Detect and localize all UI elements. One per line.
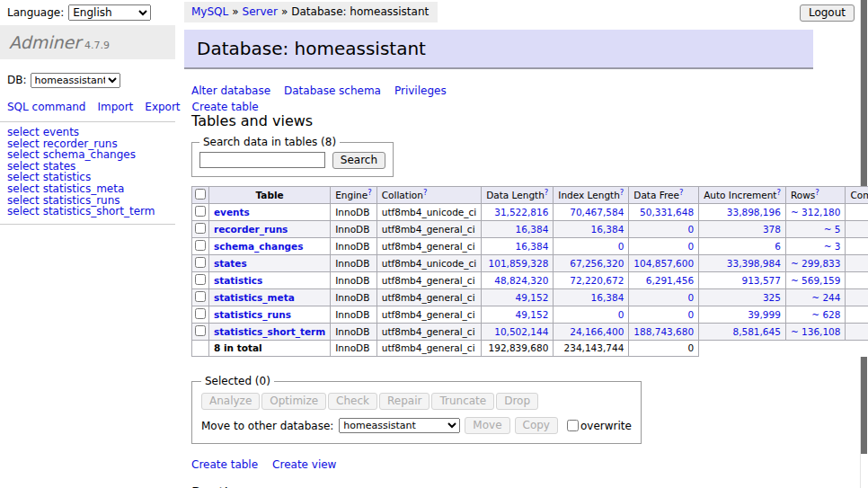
select-link[interactable]: select: [7, 126, 40, 138]
drop-button[interactable]: Drop: [496, 393, 538, 410]
rows-count-link[interactable]: ~ 299,833: [791, 258, 841, 269]
data-length-link[interactable]: 16,384: [516, 241, 549, 252]
data-free-link[interactable]: 104,857,600: [633, 258, 694, 269]
auto-increment-link[interactable]: 8,581,645: [732, 326, 780, 337]
sql-command-link[interactable]: SQL command: [7, 101, 85, 113]
db-select[interactable]: homeassistant: [31, 73, 120, 88]
breadcrumb-mysql-link[interactable]: MySQL: [191, 5, 228, 18]
row-checkbox[interactable]: [195, 325, 206, 336]
select-link[interactable]: select: [7, 205, 40, 217]
index-length-link[interactable]: 67,256,320: [570, 258, 624, 269]
row-checkbox[interactable]: [195, 223, 206, 234]
data-free-link[interactable]: 188,743,680: [633, 326, 694, 337]
db-selector-row: DB:homeassistant: [7, 73, 175, 88]
data-free-link[interactable]: 0: [687, 224, 694, 235]
data-length-link[interactable]: 49,152: [516, 292, 549, 303]
engine-cell: InnoDB: [331, 289, 377, 306]
privileges-link[interactable]: Privileges: [394, 84, 447, 97]
auto-increment-link[interactable]: 33,898,196: [727, 207, 781, 217]
search-button[interactable]: Search: [332, 152, 385, 169]
table-name-link[interactable]: states: [214, 258, 247, 269]
data-free-link[interactable]: 0: [687, 292, 694, 303]
help-link[interactable]: ?: [815, 187, 819, 196]
data-free-cell: 0: [629, 289, 699, 306]
search-input[interactable]: [199, 152, 325, 168]
table-name-link[interactable]: events: [214, 207, 250, 217]
analyze-button[interactable]: Analyze: [201, 393, 260, 410]
rows-count-link[interactable]: ~ 3: [824, 241, 841, 252]
list-item: selectschema_changes: [7, 149, 175, 161]
content-inner: Alter databaseDatabase schemaPrivileges …: [184, 84, 813, 488]
help-link[interactable]: ?: [368, 187, 372, 196]
data-free-link[interactable]: 6,291,456: [646, 275, 694, 286]
table-name-link[interactable]: statistics_short_term: [214, 326, 325, 337]
data-length-link[interactable]: 48,824,320: [494, 275, 548, 286]
database-schema-link[interactable]: Database schema: [284, 84, 381, 97]
row-checkbox[interactable]: [195, 308, 206, 319]
index-length-link[interactable]: 0: [618, 309, 624, 320]
data-free-link[interactable]: 50,331,648: [640, 207, 694, 217]
optimize-button[interactable]: Optimize: [261, 393, 326, 410]
move-button[interactable]: Move: [465, 417, 509, 434]
language-select[interactable]: English: [68, 4, 151, 21]
help-link[interactable]: ?: [679, 187, 684, 196]
index-length-link[interactable]: 16,384: [591, 224, 624, 235]
data-length-link[interactable]: 16,384: [516, 224, 549, 235]
breadcrumb-current: Database: homeassistant: [291, 5, 429, 18]
truncate-button[interactable]: Truncate: [431, 393, 494, 410]
copy-button[interactable]: Copy: [515, 417, 558, 434]
help-link[interactable]: ?: [545, 187, 549, 196]
breadcrumb-server-link[interactable]: Server: [243, 5, 278, 18]
rows-count-link[interactable]: ~ 244: [811, 292, 840, 303]
row-checkbox[interactable]: [195, 274, 206, 285]
move-database-select[interactable]: homeassistant: [339, 418, 460, 433]
select-link[interactable]: select: [7, 182, 40, 195]
select-all-checkbox[interactable]: [195, 189, 206, 200]
auto-increment-link[interactable]: 378: [763, 224, 781, 235]
auto-increment-cell: 8,581,645: [699, 324, 786, 341]
sidebar-table-link-statistics-short-term[interactable]: statistics_short_term: [43, 205, 155, 217]
data-length-link[interactable]: 10,502,144: [494, 326, 548, 337]
data-length-link[interactable]: 49,152: [516, 309, 549, 320]
row-checkbox[interactable]: [195, 240, 206, 251]
auto-increment-link[interactable]: 913,577: [742, 275, 781, 286]
rows-count-link[interactable]: ~ 569,159: [791, 275, 841, 286]
index-length-link[interactable]: 72,220,672: [570, 275, 624, 286]
create-view-link[interactable]: Create view: [272, 458, 336, 471]
auto-increment-link[interactable]: 39,999: [748, 309, 781, 320]
help-link[interactable]: ?: [620, 187, 624, 196]
table-name-cell: statistics_meta: [209, 289, 331, 306]
table-name-link[interactable]: statistics_meta: [214, 292, 295, 303]
rows-count-link[interactable]: ~ 312,180: [791, 207, 841, 217]
rows-count-link[interactable]: ~ 5: [824, 224, 841, 235]
create-table-link[interactable]: Create table: [191, 458, 258, 471]
help-link[interactable]: ?: [776, 187, 781, 196]
auto-increment-link[interactable]: 325: [763, 292, 781, 303]
row-checkbox[interactable]: [195, 291, 206, 302]
table-name-link[interactable]: recorder_runs: [214, 224, 288, 235]
help-link[interactable]: ?: [423, 187, 428, 196]
overwrite-checkbox[interactable]: [567, 420, 579, 431]
table-name-link[interactable]: statistics_runs: [214, 309, 291, 320]
data-length-link[interactable]: 101,859,328: [489, 258, 549, 269]
data-length-link[interactable]: 31,522,816: [494, 207, 548, 217]
data-free-link[interactable]: 0: [687, 309, 694, 320]
row-checkbox[interactable]: [195, 206, 206, 217]
alter-database-link[interactable]: Alter database: [191, 84, 270, 97]
check-button[interactable]: Check: [328, 393, 377, 410]
auto-increment-link[interactable]: 33,398,984: [727, 258, 781, 269]
row-checkbox[interactable]: [195, 257, 206, 268]
index-length-link[interactable]: 70,467,584: [570, 207, 624, 217]
data-free-link[interactable]: 0: [687, 241, 694, 252]
rows-count-link[interactable]: ~ 628: [811, 309, 840, 320]
auto-increment-link[interactable]: 6: [775, 241, 781, 252]
index-length-link[interactable]: 0: [618, 241, 624, 252]
index-length-link[interactable]: 16,384: [591, 292, 624, 303]
import-link[interactable]: Import: [97, 101, 133, 113]
repair-button[interactable]: Repair: [379, 393, 430, 410]
export-link[interactable]: Export: [145, 101, 180, 113]
table-name-link[interactable]: schema_changes: [214, 241, 304, 252]
rows-count-link[interactable]: ~ 136,108: [791, 326, 841, 337]
index-length-link[interactable]: 24,166,400: [570, 326, 624, 337]
table-name-link[interactable]: statistics: [214, 275, 262, 286]
